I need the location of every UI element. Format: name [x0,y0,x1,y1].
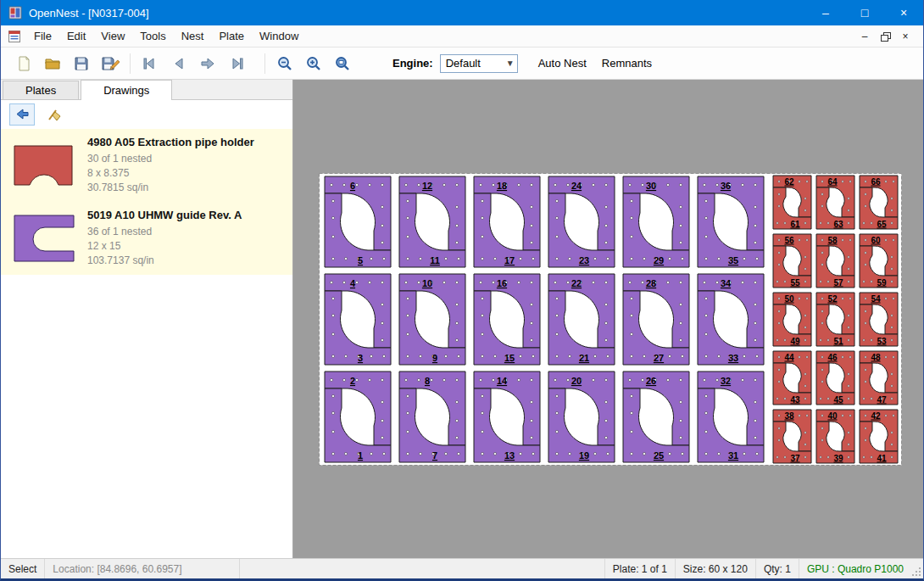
drawing-thumbnail-red [9,134,87,197]
minimize-button[interactable]: – [806,0,845,25]
drawing-size: 8 x 8.375 [87,166,286,181]
svg-text:42: 42 [871,411,881,421]
chevron-down-icon: ▼ [504,59,517,68]
svg-text:23: 23 [579,255,589,265]
remnants-button[interactable]: Remnants [597,54,657,72]
menu-tools[interactable]: Tools [132,25,173,47]
mdi-close-button[interactable]: × [896,28,915,45]
svg-text:22: 22 [571,278,582,288]
status-bar: Select Location: [84.8696, 60.6957] Plat… [1,558,923,578]
new-button[interactable] [9,51,38,76]
mdi-restore-icon [881,32,890,41]
first-plate-button[interactable] [136,51,164,76]
svg-text:21: 21 [579,353,589,363]
next-arrow-icon [199,55,216,72]
svg-text:49: 49 [790,337,800,346]
clear-drawings-button[interactable] [42,103,67,126]
status-size: Size: 60 x 120 [675,559,755,578]
svg-text:19: 19 [579,450,589,461]
svg-text:20: 20 [571,376,582,386]
close-button[interactable]: × [884,0,923,25]
menu-nest[interactable]: Nest [174,25,212,47]
auto-nest-button[interactable]: Auto Nest [533,54,592,72]
drawing-list: 4980 A05 Extraction pipe holder 30 of 1 … [1,129,292,558]
menu-file[interactable]: File [26,25,59,47]
svg-text:1: 1 [358,450,363,461]
engine-value: Default [441,57,504,70]
zoom-fit-button[interactable] [328,51,357,76]
title-bar: OpenNest - [N0317-004] – □ × [1,0,923,25]
svg-text:58: 58 [827,236,838,245]
drawing-thumbnail-purple [9,207,87,270]
return-parts-button[interactable] [9,103,35,126]
svg-text:47: 47 [877,395,887,405]
svg-text:2: 2 [350,376,355,386]
nest-plate-svg[interactable]: 6512111817242330293635431091615222128273… [319,173,902,466]
svg-text:13: 13 [504,450,515,461]
svg-text:25: 25 [654,450,664,461]
last-plate-button[interactable] [222,51,251,76]
status-mode: Select [1,559,45,578]
svg-text:48: 48 [871,353,881,362]
svg-text:18: 18 [497,181,507,191]
svg-text:41: 41 [877,454,887,463]
svg-text:60: 60 [871,236,881,245]
nest-canvas[interactable]: 6512111817242330293635431091615222128273… [293,80,923,558]
svg-text:46: 46 [827,353,838,362]
svg-text:26: 26 [646,376,656,386]
svg-text:40: 40 [827,411,838,421]
zoom-out-icon [276,55,293,72]
mdi-minimize-button[interactable]: – [855,28,874,45]
zoom-out-button[interactable] [270,51,299,76]
svg-text:31: 31 [728,450,738,461]
svg-text:54: 54 [871,294,881,304]
broom-icon [47,107,62,122]
previous-arrow-icon [170,55,187,72]
window-title: OpenNest - [N0317-004] [29,7,149,20]
svg-text:43: 43 [790,395,800,405]
engine-select[interactable]: Default ▼ [440,54,518,73]
menu-window[interactable]: Window [252,25,306,47]
zoom-in-button[interactable] [299,51,328,76]
svg-text:53: 53 [877,337,887,346]
svg-text:59: 59 [877,278,887,288]
menu-edit[interactable]: Edit [59,25,93,47]
svg-text:10: 10 [422,278,432,288]
drawing-area: 30.7815 sq/in [87,181,286,195]
svg-text:17: 17 [504,255,515,265]
open-button[interactable] [38,51,67,76]
svg-text:63: 63 [833,220,843,229]
save-button[interactable] [67,51,96,76]
list-item-drawing-1[interactable]: 4980 A05 Extraction pipe holder 30 of 1 … [1,129,292,202]
svg-text:16: 16 [497,278,507,288]
svg-text:65: 65 [877,220,887,229]
drawing-area: 103.7137 sq/in [87,254,286,268]
first-arrow-icon [142,55,159,72]
tab-drawings[interactable]: Drawings [81,80,172,100]
svg-text:37: 37 [790,454,800,463]
save-as-icon [101,55,120,72]
maximize-button[interactable]: □ [845,0,884,25]
save-as-button[interactable] [96,51,125,76]
mdi-restore-button[interactable] [876,28,894,45]
svg-text:14: 14 [497,376,508,386]
svg-text:44: 44 [784,353,794,362]
mdi-document-icon[interactable] [8,30,21,43]
svg-text:38: 38 [784,411,794,421]
list-item-drawing-2[interactable]: 5019 A10 UHMW guide Rev. A 36 of 1 neste… [1,202,292,275]
svg-text:7: 7 [432,450,437,461]
next-plate-button[interactable] [193,51,222,76]
menu-view[interactable]: View [93,25,132,47]
zoom-in-icon [305,55,322,72]
blue-back-arrow-icon [14,107,30,122]
svg-text:8: 8 [425,376,430,386]
app-icon [8,6,22,20]
drawing-title: 4980 A05 Extraction pipe holder [87,136,286,148]
menu-bar: File Edit View Tools Nest Plate Window –… [1,25,923,47]
resize-grip[interactable] [911,559,923,578]
tab-plates[interactable]: Plates [3,81,79,99]
svg-text:61: 61 [790,220,800,229]
previous-plate-button[interactable] [164,51,193,76]
menu-plate[interactable]: Plate [211,25,252,47]
svg-text:12: 12 [422,181,432,191]
